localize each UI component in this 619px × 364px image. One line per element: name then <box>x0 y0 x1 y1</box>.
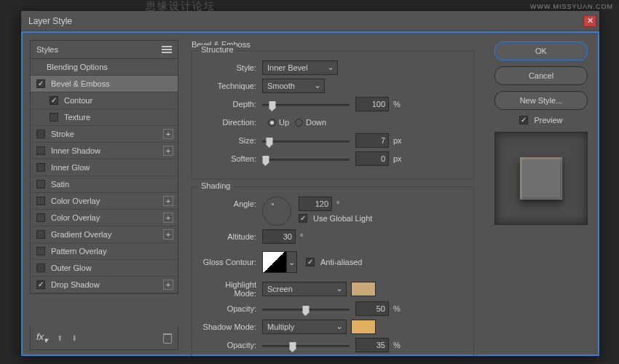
style-item-gradient-overlay[interactable]: Gradient Overlay+ <box>31 226 178 243</box>
depth-slider[interactable] <box>262 99 350 109</box>
size-label: Size: <box>201 136 262 145</box>
add-effect-icon[interactable]: + <box>163 280 173 290</box>
style-item-color-overlay[interactable]: Color Overlay+ <box>31 193 178 210</box>
direction-up-radio[interactable] <box>268 119 276 127</box>
highlight-opacity-label: Opacity: <box>201 304 262 313</box>
angle-input[interactable] <box>299 197 332 211</box>
size-input[interactable] <box>355 133 389 148</box>
shadow-color-swatch[interactable] <box>351 320 376 334</box>
add-effect-icon[interactable]: + <box>163 129 173 139</box>
blending-options-item[interactable]: Blending Options <box>31 59 178 76</box>
style-item-bevel-emboss[interactable]: Bevel & Emboss <box>31 76 178 92</box>
style-item-satin[interactable]: Satin <box>31 176 178 193</box>
size-slider[interactable] <box>262 135 350 146</box>
add-effect-icon[interactable]: + <box>163 146 173 156</box>
styles-sidebar: Styles Blending Options Bevel & EmbossCo… <box>23 33 186 355</box>
trash-icon[interactable] <box>163 333 172 344</box>
add-effect-icon[interactable]: + <box>163 213 173 223</box>
technique-select[interactable]: Smooth <box>262 79 325 93</box>
shadow-opacity-slider[interactable] <box>262 340 350 350</box>
style-checkbox[interactable] <box>36 130 45 138</box>
style-checkbox[interactable] <box>36 247 45 256</box>
style-item-stroke[interactable]: Stroke+ <box>31 126 178 143</box>
angle-label: Angle: <box>201 197 262 208</box>
style-item-label: Outer Glow <box>51 264 92 272</box>
styles-header[interactable]: Styles <box>31 41 178 59</box>
anti-aliased-checkbox[interactable] <box>306 258 315 266</box>
watermark-url: WWW.MISSYUAN.COM <box>530 3 613 10</box>
global-light-checkbox[interactable] <box>299 214 307 223</box>
arrow-down-icon[interactable]: ⬇ <box>71 334 77 342</box>
add-effect-icon[interactable]: + <box>163 196 173 206</box>
gloss-contour-swatch[interactable] <box>262 251 287 273</box>
style-checkbox[interactable] <box>36 79 45 88</box>
style-checkbox[interactable] <box>36 163 45 172</box>
style-item-pattern-overlay[interactable]: Pattern Overlay <box>31 243 178 260</box>
ok-button[interactable]: OK <box>494 41 588 60</box>
style-item-contour[interactable]: Contour <box>31 92 178 109</box>
style-checkbox[interactable] <box>50 96 58 105</box>
angle-deg: ° <box>336 199 351 208</box>
shadow-opacity-input[interactable] <box>355 338 389 352</box>
style-checkbox[interactable] <box>36 180 45 189</box>
style-item-texture[interactable]: Texture <box>31 109 178 126</box>
soften-unit: px <box>393 154 408 163</box>
altitude-input[interactable] <box>262 229 296 244</box>
watermark-top: 思缘设计论坛 <box>146 0 216 13</box>
highlight-color-swatch[interactable] <box>351 282 376 296</box>
cancel-button[interactable]: Cancel <box>494 66 588 85</box>
style-item-label: Color Overlay <box>51 197 100 205</box>
structure-group: Structure Style: Inner Bevel Technique: … <box>192 50 474 179</box>
highlight-opacity-input[interactable] <box>355 301 389 316</box>
style-item-label: Color Overlay <box>51 213 100 222</box>
style-item-outer-glow[interactable]: Outer Glow <box>31 260 178 277</box>
depth-unit: % <box>393 100 408 108</box>
menu-icon[interactable] <box>162 46 172 53</box>
altitude-deg: ° <box>300 232 315 241</box>
style-checkbox[interactable] <box>36 280 45 289</box>
close-button[interactable]: ✕ <box>583 15 596 27</box>
shadow-mode-label: Shadow Mode: <box>201 323 262 331</box>
highlight-opacity-slider[interactable] <box>262 304 350 314</box>
style-item-label: Inner Glow <box>51 163 90 172</box>
depth-input[interactable] <box>355 97 389 111</box>
style-item-label: Drop Shadow <box>51 280 100 289</box>
global-light-label: Use Global Light <box>313 214 372 223</box>
style-checkbox[interactable] <box>36 213 45 222</box>
gloss-contour-dropdown[interactable]: ⌄ <box>287 251 297 273</box>
anti-aliased-label: Anti-aliased <box>320 258 362 266</box>
angle-dial[interactable] <box>262 197 291 226</box>
style-item-drop-shadow[interactable]: Drop Shadow+ <box>31 277 178 293</box>
style-checkbox[interactable] <box>36 197 45 205</box>
style-item-label: Inner Shadow <box>51 146 100 155</box>
depth-label: Depth: <box>201 100 262 108</box>
style-checkbox[interactable] <box>36 230 45 239</box>
style-select[interactable]: Inner Bevel <box>262 60 338 75</box>
direction-down-radio[interactable] <box>295 119 303 127</box>
style-item-label: Stroke <box>51 130 74 138</box>
fx-icon[interactable]: fx▾ <box>36 331 48 345</box>
add-effect-icon[interactable]: + <box>163 229 173 240</box>
style-checkbox[interactable] <box>50 113 58 122</box>
preview-label: Preview <box>534 116 562 124</box>
highlight-mode-select[interactable]: Screen <box>262 282 347 296</box>
fx-toolbar: fx▾ ⬆ ⬇ <box>30 327 178 350</box>
right-panel: OK Cancel New Style... Preview <box>484 33 598 355</box>
style-item-color-overlay[interactable]: Color Overlay+ <box>31 210 178 226</box>
direction-label: Direction: <box>201 118 262 127</box>
preview-checkbox[interactable] <box>519 116 528 124</box>
new-style-button[interactable]: New Style... <box>494 91 588 110</box>
up-label: Up <box>279 118 289 127</box>
soften-label: Soften: <box>201 154 262 163</box>
titlebar: Layer Style ✕ <box>21 11 599 31</box>
style-item-inner-shadow[interactable]: Inner Shadow+ <box>31 143 178 159</box>
soften-input[interactable] <box>355 151 389 166</box>
arrow-up-icon[interactable]: ⬆ <box>57 334 63 342</box>
style-item-inner-glow[interactable]: Inner Glow <box>31 159 178 176</box>
style-checkbox[interactable] <box>36 264 45 272</box>
style-item-label: Texture <box>64 113 90 122</box>
style-checkbox[interactable] <box>36 146 45 155</box>
shadow-mode-select[interactable]: Multiply <box>262 320 347 334</box>
size-unit: px <box>393 136 408 145</box>
soften-slider[interactable] <box>262 154 350 164</box>
